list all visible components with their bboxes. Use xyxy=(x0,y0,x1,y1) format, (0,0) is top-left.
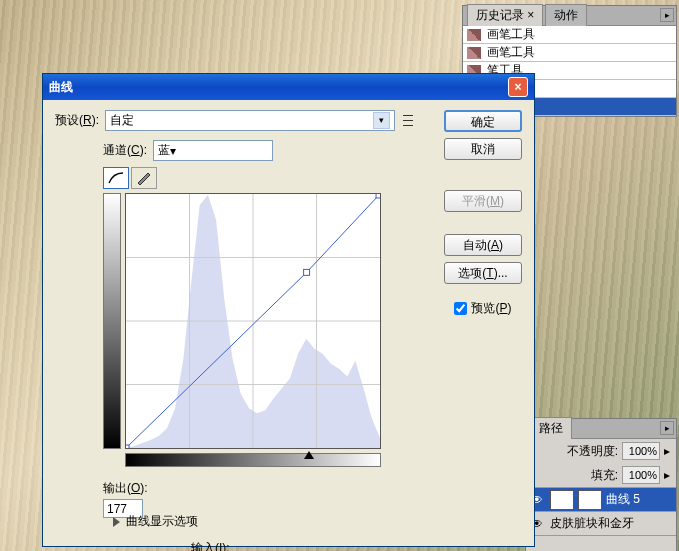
mask-thumb xyxy=(578,490,602,510)
close-button[interactable]: × xyxy=(508,77,528,97)
tab-actions[interactable]: 动作 xyxy=(545,4,587,26)
preview-checkbox[interactable] xyxy=(454,302,467,315)
curves-area: 通道(C): 蓝 ▾ xyxy=(103,140,381,467)
pencil-tool-button[interactable] xyxy=(131,167,157,189)
brush-icon xyxy=(467,29,481,41)
layer-row[interactable]: 👁 皮肤脏块和金牙 xyxy=(526,511,676,535)
opacity-label: 不透明度: xyxy=(567,443,618,460)
curves-dialog: 曲线 × 预设(R): 自定 ▾ 通道(C): 蓝 ▾ xyxy=(42,73,535,547)
input-gradient[interactable] xyxy=(125,453,381,467)
options-button[interactable]: 选项(T)... xyxy=(444,262,522,284)
history-row[interactable]: 画笔工具 xyxy=(463,26,676,44)
preset-combo[interactable]: 自定 ▾ xyxy=(105,110,395,131)
layer-thumb xyxy=(550,490,574,510)
curves-graph[interactable] xyxy=(125,193,381,449)
input-slider[interactable] xyxy=(304,451,314,459)
channel-label: 通道(C): xyxy=(103,142,147,159)
chevron-down-icon[interactable]: ▾ xyxy=(373,112,390,129)
output-label: 输出(O): xyxy=(103,480,148,497)
dialog-title: 曲线 xyxy=(49,79,73,96)
svg-rect-7 xyxy=(126,445,129,448)
history-label: 画笔工具 xyxy=(487,26,535,43)
layers-palette: ▸ 路径 不透明度: ▸ 填充: ▸ 👁 曲线 5 👁 皮肤脏块和金牙 xyxy=(525,418,677,551)
output-gradient xyxy=(103,193,121,449)
history-label: 画笔工具 xyxy=(487,44,535,61)
stepper-icon[interactable]: ▸ xyxy=(664,444,670,458)
curve-icon xyxy=(107,171,125,185)
fill-field[interactable] xyxy=(622,466,660,484)
preset-value: 自定 xyxy=(110,112,134,129)
curve-tool-button[interactable] xyxy=(103,167,129,189)
dialog-titlebar[interactable]: 曲线 × xyxy=(43,74,534,100)
auto-button[interactable]: 自动(A) xyxy=(444,234,522,256)
pencil-icon xyxy=(136,171,152,185)
curve-overlay xyxy=(126,194,380,448)
channel-value: 蓝 xyxy=(158,142,170,159)
history-row[interactable]: 画笔工具 xyxy=(463,44,676,62)
input-label: 输入(I): xyxy=(191,540,231,551)
channel-combo[interactable]: 蓝 ▾ xyxy=(153,140,273,161)
stepper-icon[interactable]: ▸ xyxy=(664,468,670,482)
smooth-button[interactable]: 平滑(M) xyxy=(444,190,522,212)
tab-history[interactable]: 历史记录 × xyxy=(467,4,543,26)
opacity-field[interactable] xyxy=(622,442,660,460)
input-box: 输入(I): xyxy=(191,540,231,551)
layer-row[interactable]: 👁 曲线 5 xyxy=(526,487,676,511)
cancel-button[interactable]: 取消 xyxy=(444,138,522,160)
curve-options-label: 曲线显示选项 xyxy=(126,513,198,530)
disclosure-triangle-icon xyxy=(113,517,120,527)
preset-label: 预设(R): xyxy=(55,112,99,129)
fill-label: 填充: xyxy=(591,467,618,484)
svg-rect-9 xyxy=(376,194,380,198)
chevron-down-icon[interactable]: ▾ xyxy=(170,144,176,158)
layer-name: 皮肤脏块和金牙 xyxy=(550,515,634,532)
brush-icon xyxy=(467,47,481,59)
preview-label: 预览(P) xyxy=(471,300,511,317)
ok-button[interactable]: 确定 xyxy=(444,110,522,132)
layer-name: 曲线 5 xyxy=(606,491,640,508)
tab-paths[interactable]: 路径 xyxy=(530,417,572,439)
layer-row[interactable] xyxy=(526,535,676,551)
palette-menu-icon[interactable]: ▸ xyxy=(660,8,674,22)
dialog-buttons: 确定 取消 平滑(M) 自动(A) 选项(T)... 预览(P) xyxy=(444,110,522,317)
palette-menu-icon[interactable]: ▸ xyxy=(660,421,674,435)
preset-menu-icon[interactable] xyxy=(401,111,415,131)
curve-options-toggle[interactable]: 曲线显示选项 xyxy=(113,513,198,530)
svg-rect-8 xyxy=(304,269,310,275)
